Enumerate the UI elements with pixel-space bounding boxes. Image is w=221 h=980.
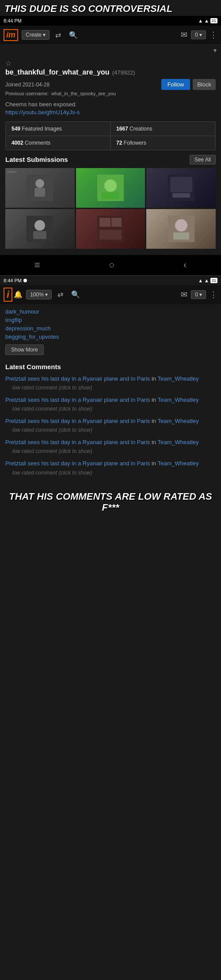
low-rated-5[interactable]: low rated comment (click to show) — [12, 470, 216, 476]
more-icon-2[interactable]: ⋮ — [210, 290, 217, 299]
notification-badge[interactable]: 0 ▾ — [191, 30, 206, 39]
svg-point-17 — [175, 219, 187, 232]
chevron-down-icon: ▾ — [43, 32, 46, 38]
notification-badge-2[interactable]: 0 ▾ — [191, 290, 206, 299]
comment-team-1[interactable]: Team_Wheatley — [157, 375, 198, 382]
svg-rect-5 — [102, 192, 119, 199]
battery-indicator: 21 — [210, 18, 217, 23]
mail-icon[interactable]: ✉ — [181, 30, 187, 40]
comment-team-4[interactable]: Team_Wheatley — [157, 439, 198, 445]
comment-in-2: in — [152, 396, 158, 403]
follow-button[interactable]: Follow — [161, 79, 191, 90]
profile-username[interactable]: be_thankful_for_what_are_you — [5, 68, 110, 76]
star-icon[interactable]: ☆ — [5, 59, 216, 67]
svg-rect-13 — [99, 218, 110, 227]
comment-team-2[interactable]: Team_Wheatley — [157, 396, 198, 403]
low-rated-3[interactable]: low rated comment (click to show) — [12, 427, 216, 433]
status-bar-2: 8:44 PM ▲ ▲ 21 — [0, 276, 221, 285]
comment-in-3: in — [152, 418, 158, 424]
comment-in-1: in — [152, 375, 158, 382]
search-icon[interactable]: 🔍 — [67, 30, 80, 40]
svg-rect-11 — [33, 231, 46, 239]
submission-thumb-3[interactable] — [146, 168, 216, 208]
submissions-grid: meme — [5, 168, 216, 249]
notification-dot — [23, 279, 27, 282]
stat-comments: 4002 Comments — [6, 136, 110, 150]
thumb-svg-3 — [168, 175, 194, 201]
join-date: Joined 2021-04-28 — [5, 82, 50, 88]
tag-imgflip[interactable]: imgflip — [5, 316, 216, 324]
home-icon[interactable]: ○ — [109, 259, 114, 271]
site-logo: im — [4, 29, 18, 41]
comment-in-4: in — [152, 439, 158, 445]
comment-link-2[interactable]: Pretztail sees his last day in a Ryanair… — [5, 396, 150, 403]
shuffle-icon[interactable]: ⇄ — [53, 30, 63, 40]
svg-rect-18 — [173, 232, 189, 239]
status-icons: ▲ ▲ 21 — [198, 18, 217, 23]
stat-followers: 72 Followers — [110, 136, 215, 150]
signal-icon-2: ▲ — [198, 278, 203, 283]
notification-bell-icon[interactable]: 🔔 — [14, 290, 23, 299]
see-all-button[interactable]: See All — [190, 155, 216, 165]
low-rated-1[interactable]: low rated comment (click to show) — [12, 385, 216, 391]
battery-2: 21 — [210, 278, 217, 283]
notif-count-2: 0 — [195, 292, 198, 298]
comment-group-2: Pretztail sees his last day in a Ryanair… — [5, 396, 216, 412]
low-rated-4[interactable]: low rated comment (click to show) — [12, 448, 216, 454]
comment-link-5[interactable]: Pretztail sees his last day in a Ryanair… — [5, 460, 150, 467]
mail-icon-2[interactable]: ✉ — [181, 290, 187, 299]
low-rated-2[interactable]: low rated comment (click to show) — [12, 406, 216, 412]
comment-link-1[interactable]: Pretztail sees his last day in a Ryanair… — [5, 375, 150, 382]
menu-icon[interactable]: ≡ — [34, 259, 40, 271]
thumb-svg-1 — [27, 175, 53, 201]
tag-dark-humour[interactable]: dark_humour — [5, 307, 216, 316]
stat-creations-value: 1667 — [116, 126, 128, 132]
create-button[interactable]: Create ▾ — [22, 30, 50, 40]
comment-link-3[interactable]: Pretztail sees his last day in a Ryanair… — [5, 418, 150, 424]
block-button[interactable]: Block — [193, 79, 216, 90]
submissions-header: Latest Submissions See All — [5, 155, 216, 165]
show-more-button[interactable]: Show More — [5, 344, 44, 355]
tag-depression[interactable]: depression_much — [5, 324, 216, 333]
comment-link-4[interactable]: Pretztail sees his last day in a Ryanair… — [5, 439, 150, 445]
stat-creations: 1667 Creations — [110, 122, 215, 136]
comment-group-3: Pretztail sees his last day in a Ryanair… — [5, 417, 216, 433]
stat-featured-value: 549 — [11, 126, 20, 132]
status-2-time: 8:44 PM — [4, 278, 22, 283]
profile-id: (479922) — [112, 69, 135, 76]
comment-in-5: in — [152, 460, 158, 467]
profile-bio-link[interactable]: https://youtu.be/gfmU14yJs-s — [5, 109, 80, 116]
comment-group-4: Pretztail sees his last day in a Ryanair… — [5, 438, 216, 454]
status-2-right: ▲ ▲ 21 — [198, 278, 217, 283]
submission-thumb-5[interactable] — [76, 209, 145, 249]
zoom-label: 100% — [30, 292, 44, 298]
more-icon[interactable]: ⋮ — [210, 30, 217, 40]
submission-thumb-1[interactable]: meme — [5, 168, 75, 208]
meme-top-section: THIS DUDE IS SO CONTROVERSIAL — [0, 0, 221, 16]
prev-username-label: Previous username: what_in_the_spooky_ar… — [5, 91, 216, 96]
site-logo-2: i — [4, 288, 12, 302]
submission-thumb-2[interactable] — [76, 168, 145, 208]
wifi-icon-2: ▲ — [204, 278, 209, 283]
dropdown-arrow-icon[interactable]: ▾ — [213, 47, 217, 54]
comment-team-3[interactable]: Team_Wheatley — [157, 418, 198, 424]
status-time: 8:44 PM — [4, 18, 22, 23]
search-dropdown-area: ▾ — [0, 44, 221, 56]
tags-section: dark_humour imgflip depression_much begg… — [0, 304, 221, 359]
comments-section: Latest Comments Pretztail sees his last … — [0, 359, 221, 486]
comment-team-5[interactable]: Team_Wheatley — [157, 460, 198, 467]
tag-begging[interactable]: begging_for_upvotes — [5, 333, 216, 341]
zoom-percent-button[interactable]: 100% ▾ — [26, 290, 52, 299]
thumb-svg-4 — [27, 216, 53, 242]
back-icon[interactable]: ‹ — [183, 259, 187, 271]
thumb-svg-5 — [97, 216, 124, 242]
submission-thumb-4[interactable] — [5, 209, 75, 249]
android-nav-bar: ≡ ○ ‹ — [0, 255, 221, 275]
svg-rect-15 — [99, 230, 122, 239]
comment-group-5: Pretztail sees his last day in a Ryanair… — [5, 460, 216, 475]
shuffle-icon-2[interactable]: ⇄ — [55, 289, 65, 299]
signal-icon: ▲ — [198, 18, 203, 23]
submission-thumb-6[interactable] — [146, 209, 216, 249]
meme-bottom-section: THAT HIS COMMENTS ARE LOW RATED AS F*** — [0, 486, 221, 518]
search-icon-2[interactable]: 🔍 — [69, 289, 82, 299]
